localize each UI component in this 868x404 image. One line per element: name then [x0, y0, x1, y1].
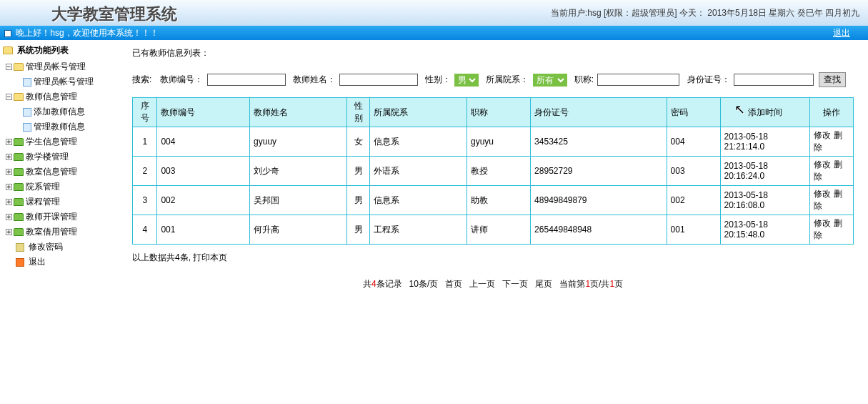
op-cell: 修改删除 [810, 127, 854, 157]
sidebar-change-password[interactable]: 修改密码 [3, 240, 115, 255]
search-title[interactable] [597, 74, 679, 86]
search-label: 搜索: [132, 74, 151, 84]
folder-icon [14, 183, 24, 191]
table-row: 3002吴邦国男信息系助教489498498790022013-05-18 20… [133, 186, 854, 215]
sidebar-item[interactable]: +课程管理 [3, 194, 115, 210]
sidebar-item[interactable]: +教师开课管理 [3, 210, 115, 225]
footer-note[interactable]: 以上数据共4条, 打印本页 [132, 252, 854, 264]
col-header: 身份证号 [531, 98, 667, 127]
sidebar-item[interactable]: +教室借用管理 [3, 225, 115, 240]
col-header: 性别 [346, 98, 369, 127]
sidebar-item[interactable]: −教师信息管理 [3, 89, 115, 104]
teacher-table: 序号教师编号教师姓名性别所属院系职称身份证号密码添加时间操作 1004gyuuy… [132, 97, 854, 245]
pager-last[interactable]: 尾页 [535, 279, 552, 289]
table-row: 1004gyuuy女信息系gyuyu34534250042013-05-18 2… [133, 127, 854, 157]
minus-icon[interactable]: − [6, 64, 12, 70]
op-cell: 修改删除 [810, 215, 854, 245]
pager-prev[interactable]: 上一页 [469, 279, 495, 289]
header-status: 当前用户:hsg [权限：超级管理员] 今天： 2013年5月18日 星期六 癸… [551, 7, 859, 19]
sidebar-logout[interactable]: 退出 [3, 255, 115, 270]
folder-icon [14, 138, 24, 146]
sidebar-item[interactable]: +教学楼管理 [3, 149, 115, 164]
search-bar: 搜索: 教师编号： 教师姓名： 性别： 男 所属院系： 所有 职称: 身份证号：… [132, 72, 854, 87]
sidebar-leaf[interactable]: 管理教师信息 [23, 119, 115, 134]
col-header: 所属院系 [370, 98, 467, 127]
sidebar-leaf[interactable]: 管理员帐号管理 [23, 74, 115, 89]
folder-icon [14, 93, 24, 101]
col-header: 序号 [133, 98, 157, 127]
main-content: 已有教师信息列表： 搜索: 教师编号： 教师姓名： 性别： 男 所属院系： 所有… [118, 40, 868, 297]
col-header: 添加时间 [720, 98, 810, 127]
edit-link[interactable]: 修改 [814, 159, 831, 169]
sidebar: 系统功能列表 −管理员帐号管理管理员帐号管理−教师信息管理添加教师信息管理教师信… [0, 40, 118, 297]
col-header: 密码 [667, 98, 720, 127]
sidebar-item[interactable]: +学生信息管理 [3, 134, 115, 149]
plus-icon[interactable]: + [6, 139, 12, 145]
app-header: 大学教室管理系统 当前用户:hsg [权限：超级管理员] 今天： 2013年5月… [0, 0, 868, 26]
search-gender[interactable]: 男 [454, 74, 479, 87]
page-icon [4, 30, 11, 37]
op-cell: 修改删除 [810, 186, 854, 215]
doc-icon [23, 123, 31, 132]
folder-icon [14, 63, 24, 71]
plus-icon[interactable]: + [6, 154, 12, 160]
edit-link[interactable]: 修改 [814, 130, 831, 140]
table-row: 4001何升高男工程系讲师2654498489480012013-05-18 2… [133, 215, 854, 245]
list-title: 已有教师信息列表： [132, 47, 854, 59]
app-title: 大学教室管理系统 [51, 4, 177, 25]
doc-icon [23, 78, 31, 87]
sidebar-item[interactable]: −管理员帐号管理 [3, 59, 115, 74]
col-header: 职称 [467, 98, 530, 127]
greeting-bar: 晚上好！hsg，欢迎使用本系统！！！ 退出 [0, 26, 868, 40]
folder-icon [14, 168, 24, 176]
plus-icon[interactable]: + [6, 214, 12, 220]
search-idcard[interactable] [734, 74, 814, 86]
op-cell: 修改删除 [810, 157, 854, 186]
sidebar-leaf[interactable]: 添加教师信息 [23, 104, 115, 119]
pager-next[interactable]: 下一页 [502, 279, 528, 289]
table-row: 2003刘少奇男外语系教授289527290032013-05-18 20:16… [133, 157, 854, 186]
col-header: 操作 [810, 98, 854, 127]
logout-icon [16, 258, 24, 267]
logout-link-top[interactable]: 退出 [833, 26, 850, 40]
folder-icon [14, 228, 24, 236]
sidebar-item[interactable]: +教室信息管理 [3, 164, 115, 179]
col-header: 教师姓名 [250, 98, 347, 127]
tree-root: 系统功能列表 [3, 44, 115, 56]
plus-icon[interactable]: + [6, 229, 12, 235]
minus-icon[interactable]: − [6, 94, 12, 100]
folder-icon [14, 153, 24, 161]
search-button[interactable]: 查找 [819, 72, 846, 87]
plus-icon[interactable]: + [6, 184, 12, 190]
folder-icon [14, 198, 24, 206]
doc-icon [23, 108, 31, 117]
pager-first[interactable]: 首页 [445, 279, 462, 289]
sidebar-item[interactable]: +院系管理 [3, 179, 115, 194]
folder-icon [14, 213, 24, 221]
edit-link[interactable]: 修改 [814, 218, 831, 228]
plus-icon[interactable]: + [6, 199, 12, 205]
search-teacher-no[interactable] [207, 74, 286, 86]
search-teacher-name[interactable] [339, 74, 418, 86]
search-dept[interactable]: 所有 [533, 74, 567, 87]
plus-icon[interactable]: + [6, 169, 12, 175]
col-header: 教师编号 [157, 98, 250, 127]
pager: 共4条记录 10条/页 首页 上一页 下一页 尾页 当前第1页/共1页 [132, 278, 854, 290]
key-icon [16, 243, 24, 252]
edit-link[interactable]: 修改 [814, 189, 831, 199]
greeting-text: 晚上好！hsg，欢迎使用本系统！！！ [16, 28, 158, 38]
folder-icon [3, 46, 13, 54]
